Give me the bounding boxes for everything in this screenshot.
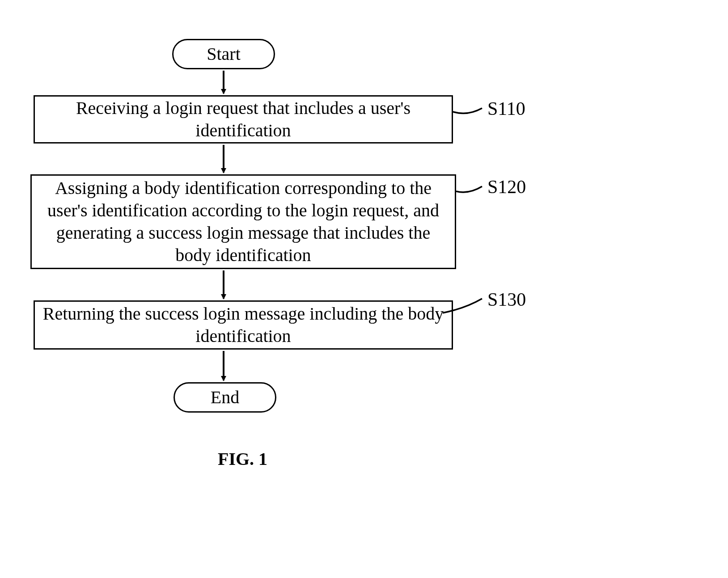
process-step-s120: Assigning a body identification correspo… (30, 174, 456, 269)
terminator-end-label: End (211, 388, 239, 406)
terminator-end: End (174, 382, 276, 413)
flowchart-canvas: Start Receiving a login request that inc… (0, 0, 728, 578)
process-step-s110: Receiving a login request that includes … (34, 95, 453, 143)
process-step-text: Receiving a login request that includes … (42, 97, 444, 142)
process-step-text: Assigning a body identification correspo… (39, 177, 448, 266)
step-label-s110: S110 (487, 99, 525, 118)
step-label-s120: S120 (487, 177, 526, 196)
step-label-s130: S130 (487, 290, 526, 309)
connectors-overlay (0, 0, 728, 578)
process-step-s130: Returning the success login message incl… (34, 300, 453, 350)
process-step-text: Returning the success login message incl… (42, 303, 444, 347)
figure-caption: FIG. 1 (218, 448, 267, 469)
terminator-start: Start (172, 39, 275, 69)
terminator-start-label: Start (207, 45, 241, 63)
